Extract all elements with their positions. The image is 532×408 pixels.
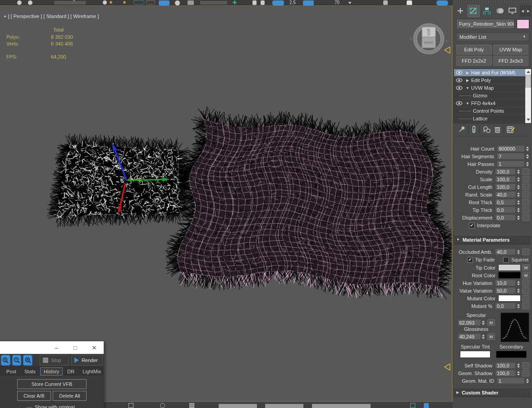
specular-tint-swatch[interactable] <box>460 351 491 358</box>
spinner-control[interactable] <box>516 199 521 206</box>
eye-icon[interactable] <box>454 70 464 75</box>
spinner-control[interactable] <box>516 191 521 198</box>
clear-ab-button[interactable]: Clear A/B <box>17 391 51 401</box>
spinner-control[interactable] <box>525 153 530 160</box>
select-move-button-active[interactable] <box>159 0 170 5</box>
spinner-control[interactable] <box>516 176 521 183</box>
status-bar-icon[interactable] <box>424 403 429 408</box>
root-thick-map-button[interactable] <box>522 199 530 206</box>
self-shadow-field[interactable]: 100,0 <box>495 362 516 369</box>
spinner-control[interactable] <box>481 319 486 326</box>
status-bar-icon[interactable] <box>128 403 133 408</box>
stack-item-edit-poly[interactable]: ▶ Edit Poly <box>454 77 525 84</box>
object-color-swatch[interactable] <box>517 19 529 29</box>
status-bar-icon[interactable] <box>160 403 165 408</box>
tip-color-map-button[interactable]: M <box>522 264 530 271</box>
occluded-amb-field[interactable]: 40,0 <box>495 248 516 255</box>
viewport-label[interactable]: + ] [ Perspective ] [ Standard ] [ Wiref… <box>4 14 99 19</box>
tip-color-swatch[interactable] <box>498 264 521 271</box>
toolbar-icon[interactable] <box>28 0 32 5</box>
toolbar-icon[interactable] <box>175 0 180 5</box>
displacement-field[interactable]: 0,0 <box>495 214 516 221</box>
stack-item-ffd-4x4x4[interactable]: ▼ FFD 4x4x4 <box>454 100 525 107</box>
hair-count-field[interactable]: 900000 <box>497 145 525 152</box>
spinner-control[interactable] <box>516 362 521 369</box>
glossiness-map-button[interactable]: M <box>487 333 495 340</box>
maximize-button[interactable]: □ <box>66 341 85 354</box>
spinner-control[interactable] <box>516 280 521 286</box>
zoom-out-button[interactable] <box>12 355 22 366</box>
snap-toggle-icon[interactable] <box>133 0 144 5</box>
vfb-title-bar[interactable]: – □ ✕ <box>0 341 104 354</box>
cut-length-field[interactable]: 100,0 <box>495 183 516 190</box>
density-map-button[interactable] <box>522 168 530 175</box>
remove-modifier-trash-icon[interactable] <box>494 126 501 133</box>
tab-display[interactable] <box>507 5 518 17</box>
stop-button[interactable]: Stop <box>40 355 69 366</box>
root-color-swatch[interactable] <box>498 272 521 279</box>
panel-splitter-grip[interactable] <box>455 136 529 138</box>
geom-shadow-field[interactable]: 100,0 <box>495 370 516 376</box>
toolbar-icon[interactable] <box>17 0 22 5</box>
toolbar-star-icon[interactable] <box>109 0 113 4</box>
tab-scroll-left-icon[interactable]: ◀ <box>520 5 525 17</box>
delete-all-button[interactable]: Delete All <box>53 391 87 401</box>
object-name-field[interactable]: Furry_Reindeer_Skin 900000 <box>456 19 514 29</box>
mirror-icon[interactable] <box>252 0 257 5</box>
eye-icon[interactable] <box>454 101 464 105</box>
ffd-2x2x2-button[interactable]: FFD 2x2x2 <box>456 56 492 66</box>
main-toolbar[interactable]: 2.5 70 <box>0 0 532 5</box>
scroll-thumb[interactable] <box>525 75 531 87</box>
stack-subitem-lattice[interactable]: Lattice <box>454 115 525 123</box>
hair-segments-field[interactable]: 7 <box>497 153 525 160</box>
custom-shader-rollout[interactable]: ▶ Custom Shader ⋮⋮ <box>454 388 531 397</box>
value-variation-field[interactable]: 50,0 <box>495 287 516 294</box>
mutant-color-map-button[interactable] <box>522 295 530 302</box>
spinner-control[interactable] <box>516 183 521 190</box>
close-button[interactable]: ✕ <box>85 341 104 354</box>
coordinate-field-z[interactable] <box>312 404 371 408</box>
reference-coordinate-dropdown[interactable] <box>200 1 227 5</box>
scroll-down-icon[interactable] <box>527 119 530 121</box>
curve-editor-icon[interactable] <box>383 0 388 5</box>
spinner-control[interactable] <box>481 333 486 340</box>
viewport-clip-arrow-icon[interactable] <box>444 363 451 371</box>
displacement-map-button[interactable] <box>522 214 530 221</box>
stack-subitem-gizmo[interactable]: Gizmo <box>454 92 525 100</box>
make-unique-icon[interactable] <box>482 126 491 133</box>
snap-toggle-icon[interactable] <box>146 0 155 5</box>
material-parameters-rollout[interactable]: ▼ Material Parameters ⋮⋮ <box>454 235 531 244</box>
spinner-control[interactable] <box>516 303 521 309</box>
zoom-reset-button[interactable] <box>23 355 32 366</box>
eye-icon[interactable] <box>454 78 464 83</box>
stack-scrollbar[interactable] <box>525 69 531 123</box>
modifier-list-dropdown[interactable]: Modifier List ▼ <box>456 32 529 41</box>
configure-modifier-sets-icon[interactable] <box>507 126 515 133</box>
mutant-pct-field[interactable]: 0,0 <box>495 303 516 309</box>
status-bar-icon[interactable] <box>189 403 194 408</box>
spinner-control[interactable] <box>516 287 521 294</box>
tip-thick-map-button[interactable] <box>522 206 530 213</box>
store-current-vfb-button[interactable]: Store Current VFB <box>17 379 87 389</box>
tab-lightmix[interactable]: LightMix <box>79 367 105 376</box>
scroll-up-icon[interactable] <box>527 71 530 73</box>
secondary-swatch[interactable] <box>496 351 527 358</box>
spinner-control[interactable] <box>525 160 530 167</box>
toolbar-cross-icon[interactable] <box>233 0 237 5</box>
self-shadow-map-button[interactable] <box>522 362 530 369</box>
toolbar-icon[interactable] <box>103 0 107 5</box>
eye-icon[interactable] <box>454 86 464 90</box>
geom-mat-id-field[interactable]: 1 <box>497 377 525 384</box>
tab-hierarchy[interactable] <box>481 5 493 17</box>
glossiness-field[interactable]: 40,249 <box>458 333 481 340</box>
spinner-control[interactable] <box>516 168 521 175</box>
toolbar-star-icon[interactable] <box>123 0 126 4</box>
spinner-control[interactable] <box>516 370 521 376</box>
tip-fade-checkbox[interactable]: ✔ <box>467 257 473 263</box>
status-bar-icon[interactable] <box>410 403 415 408</box>
hand-icon[interactable] <box>407 0 412 5</box>
expand-arrow-icon[interactable]: ▶ <box>464 78 471 83</box>
tab-motion[interactable] <box>494 5 506 17</box>
tab-history[interactable]: History <box>40 367 63 376</box>
angle-snap-button-active[interactable] <box>303 0 314 5</box>
